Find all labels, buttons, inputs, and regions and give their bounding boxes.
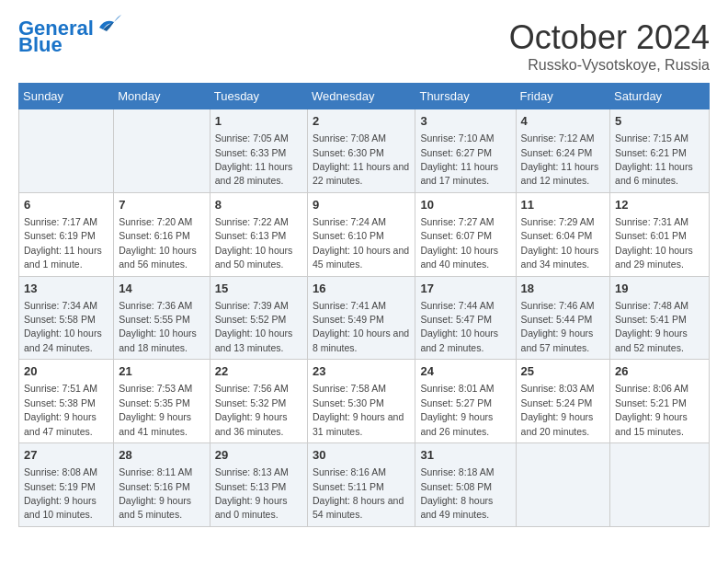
day-info: Sunrise: 7:12 AMSunset: 6:24 PMDaylight:… — [521, 132, 599, 186]
day-info: Sunrise: 7:15 AMSunset: 6:21 PMDaylight:… — [615, 132, 693, 186]
logo-bird-icon — [96, 15, 121, 35]
calendar-day-cell: 9Sunrise: 7:24 AMSunset: 6:10 PMDaylight… — [308, 192, 415, 276]
day-number: 12 — [615, 197, 704, 213]
calendar-day-cell: 8Sunrise: 7:22 AMSunset: 6:13 PMDaylight… — [210, 192, 307, 276]
calendar-header-row: SundayMondayTuesdayWednesdayThursdayFrid… — [19, 84, 710, 109]
location: Russko-Vysotskoye, Russia — [509, 57, 710, 74]
calendar-day-cell: 21Sunrise: 7:53 AMSunset: 5:35 PMDayligh… — [114, 360, 210, 443]
calendar-day-cell: 19Sunrise: 7:48 AMSunset: 5:41 PMDayligh… — [610, 276, 710, 360]
page-header: General Blue October 2024 Russko-Vysotsk… — [18, 18, 710, 74]
calendar-day-cell: 28Sunrise: 8:11 AMSunset: 5:16 PMDayligh… — [114, 443, 210, 527]
day-number: 6 — [24, 197, 108, 213]
day-info: Sunrise: 7:05 AMSunset: 6:33 PMDaylight:… — [215, 132, 293, 186]
day-number: 3 — [420, 113, 510, 130]
calendar-day-cell: 18Sunrise: 7:46 AMSunset: 5:44 PMDayligh… — [516, 276, 610, 360]
calendar-day-cell: 16Sunrise: 7:41 AMSunset: 5:49 PMDayligh… — [308, 276, 415, 360]
day-number: 4 — [521, 113, 606, 130]
calendar-week-row: 13Sunrise: 7:34 AMSunset: 5:58 PMDayligh… — [19, 276, 710, 360]
calendar-day-cell: 6Sunrise: 7:17 AMSunset: 6:19 PMDaylight… — [19, 192, 114, 276]
calendar-week-row: 1Sunrise: 7:05 AMSunset: 6:33 PMDaylight… — [19, 109, 710, 193]
logo-blue: Blue — [18, 35, 63, 55]
day-number: 7 — [119, 197, 204, 213]
day-info: Sunrise: 7:10 AMSunset: 6:27 PMDaylight:… — [420, 132, 498, 186]
day-number: 26 — [615, 363, 704, 380]
month-title: October 2024 — [509, 18, 710, 57]
day-number: 5 — [615, 113, 704, 130]
day-info: Sunrise: 7:39 AMSunset: 5:52 PMDaylight:… — [215, 300, 293, 353]
calendar-day-cell: 12Sunrise: 7:31 AMSunset: 6:01 PMDayligh… — [610, 192, 710, 276]
day-number: 17 — [420, 281, 510, 297]
day-number: 25 — [521, 363, 606, 380]
logo: General Blue — [18, 18, 121, 55]
day-info: Sunrise: 7:36 AMSunset: 5:55 PMDaylight:… — [119, 300, 197, 353]
calendar-day-cell: 25Sunrise: 8:03 AMSunset: 5:24 PMDayligh… — [516, 360, 610, 443]
day-number: 20 — [24, 363, 108, 380]
day-number: 24 — [420, 363, 510, 380]
calendar-week-row: 20Sunrise: 7:51 AMSunset: 5:38 PMDayligh… — [19, 360, 710, 443]
day-info: Sunrise: 8:11 AMSunset: 5:16 PMDaylight:… — [119, 466, 192, 520]
day-number: 13 — [24, 281, 108, 297]
calendar-day-cell: 4Sunrise: 7:12 AMSunset: 6:24 PMDaylight… — [516, 109, 610, 193]
calendar-day-cell: 26Sunrise: 8:06 AMSunset: 5:21 PMDayligh… — [610, 360, 710, 443]
calendar-day-cell: 15Sunrise: 7:39 AMSunset: 5:52 PMDayligh… — [210, 276, 307, 360]
day-number: 2 — [313, 113, 410, 130]
day-info: Sunrise: 8:16 AMSunset: 5:11 PMDaylight:… — [313, 466, 404, 520]
day-info: Sunrise: 7:53 AMSunset: 5:35 PMDaylight:… — [119, 383, 192, 436]
day-of-week-header: Saturday — [610, 84, 710, 109]
calendar-day-cell: 30Sunrise: 8:16 AMSunset: 5:11 PMDayligh… — [308, 443, 415, 527]
day-number: 21 — [119, 363, 204, 380]
calendar-day-cell: 14Sunrise: 7:36 AMSunset: 5:55 PMDayligh… — [114, 276, 210, 360]
day-number: 10 — [420, 197, 510, 213]
day-of-week-header: Sunday — [19, 84, 114, 109]
day-info: Sunrise: 8:08 AMSunset: 5:19 PMDaylight:… — [24, 466, 97, 520]
day-number: 30 — [313, 447, 410, 464]
day-info: Sunrise: 7:22 AMSunset: 6:13 PMDaylight:… — [215, 216, 293, 270]
day-info: Sunrise: 8:18 AMSunset: 5:08 PMDaylight:… — [420, 466, 494, 520]
day-info: Sunrise: 7:46 AMSunset: 5:44 PMDaylight:… — [521, 300, 595, 353]
calendar-day-cell: 13Sunrise: 7:34 AMSunset: 5:58 PMDayligh… — [19, 276, 114, 360]
day-number: 9 — [313, 197, 410, 213]
calendar-day-cell: 2Sunrise: 7:08 AMSunset: 6:30 PMDaylight… — [308, 109, 415, 193]
calendar-day-cell: 11Sunrise: 7:29 AMSunset: 6:04 PMDayligh… — [516, 192, 610, 276]
day-number: 1 — [215, 113, 302, 130]
calendar-day-cell: 10Sunrise: 7:27 AMSunset: 6:07 PMDayligh… — [415, 192, 516, 276]
day-info: Sunrise: 8:01 AMSunset: 5:27 PMDaylight:… — [420, 383, 494, 436]
day-number: 31 — [420, 447, 510, 464]
day-number: 29 — [215, 447, 302, 464]
calendar-week-row: 6Sunrise: 7:17 AMSunset: 6:19 PMDaylight… — [19, 192, 710, 276]
calendar-day-cell: 22Sunrise: 7:56 AMSunset: 5:32 PMDayligh… — [210, 360, 307, 443]
day-number: 8 — [215, 197, 302, 213]
day-of-week-header: Tuesday — [210, 84, 307, 109]
day-info: Sunrise: 7:24 AMSunset: 6:10 PMDaylight:… — [313, 216, 409, 270]
day-of-week-header: Wednesday — [308, 84, 415, 109]
day-info: Sunrise: 7:56 AMSunset: 5:32 PMDaylight:… — [215, 383, 289, 436]
day-info: Sunrise: 8:06 AMSunset: 5:21 PMDaylight:… — [615, 383, 688, 436]
title-block: October 2024 Russko-Vysotskoye, Russia — [509, 18, 710, 74]
day-of-week-header: Friday — [516, 84, 610, 109]
day-info: Sunrise: 7:27 AMSunset: 6:07 PMDaylight:… — [420, 216, 498, 270]
calendar-table: SundayMondayTuesdayWednesdayThursdayFrid… — [18, 83, 710, 527]
day-number: 15 — [215, 281, 302, 297]
day-number: 11 — [521, 197, 606, 213]
day-info: Sunrise: 7:29 AMSunset: 6:04 PMDaylight:… — [521, 216, 599, 270]
day-number: 27 — [24, 447, 108, 464]
day-info: Sunrise: 7:48 AMSunset: 5:41 PMDaylight:… — [615, 300, 688, 353]
calendar-week-row: 27Sunrise: 8:08 AMSunset: 5:19 PMDayligh… — [19, 443, 710, 527]
day-number: 19 — [615, 281, 704, 297]
day-number: 28 — [119, 447, 204, 464]
day-info: Sunrise: 7:17 AMSunset: 6:19 PMDaylight:… — [24, 216, 102, 270]
day-number: 14 — [119, 281, 204, 297]
calendar-day-cell: 17Sunrise: 7:44 AMSunset: 5:47 PMDayligh… — [415, 276, 516, 360]
day-info: Sunrise: 7:08 AMSunset: 6:30 PMDaylight:… — [313, 132, 409, 186]
calendar-day-cell: 24Sunrise: 8:01 AMSunset: 5:27 PMDayligh… — [415, 360, 516, 443]
calendar-day-cell — [19, 109, 114, 193]
calendar-day-cell — [516, 443, 610, 527]
calendar-day-cell: 1Sunrise: 7:05 AMSunset: 6:33 PMDaylight… — [210, 109, 307, 193]
calendar-day-cell: 5Sunrise: 7:15 AMSunset: 6:21 PMDaylight… — [610, 109, 710, 193]
calendar-day-cell: 3Sunrise: 7:10 AMSunset: 6:27 PMDaylight… — [415, 109, 516, 193]
day-of-week-header: Monday — [114, 84, 210, 109]
day-info: Sunrise: 8:03 AMSunset: 5:24 PMDaylight:… — [521, 383, 595, 436]
calendar-day-cell: 27Sunrise: 8:08 AMSunset: 5:19 PMDayligh… — [19, 443, 114, 527]
calendar-day-cell — [610, 443, 710, 527]
day-info: Sunrise: 7:31 AMSunset: 6:01 PMDaylight:… — [615, 216, 693, 270]
